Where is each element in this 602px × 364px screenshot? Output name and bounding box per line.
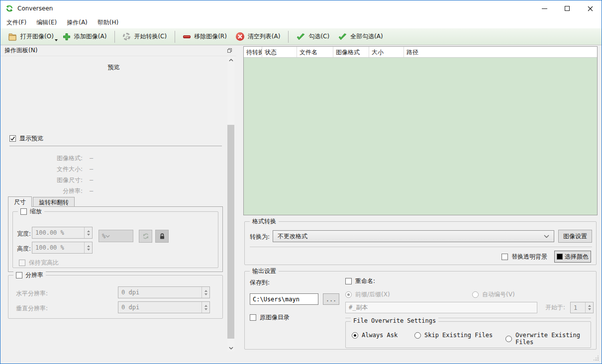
scrollbar-thumb[interactable]	[227, 125, 234, 339]
clear-list-button[interactable]: 清空列表(A)	[231, 30, 285, 43]
checkbox-icon[interactable]	[250, 314, 256, 321]
menu-edit[interactable]: 编辑(E)	[31, 17, 62, 28]
choose-color-button[interactable]: 选择颜色	[554, 251, 591, 263]
open-images-button[interactable]: 打开图像(O)	[3, 30, 58, 43]
radio-icon[interactable]	[345, 291, 352, 298]
width-input[interactable]	[32, 227, 84, 238]
spin-arrows-icon[interactable]	[585, 302, 593, 313]
panel-scrollbar[interactable]	[227, 56, 234, 352]
show-preview-checkbox[interactable]: 显示预览	[9, 134, 43, 143]
scroll-down-button[interactable]	[227, 344, 234, 352]
toolbar: 打开图像(O) 添加图像(A) 开始转换(C) 移除图像(R) 清空列表(A)	[0, 28, 602, 45]
check-all-icon	[338, 33, 347, 40]
keep-aspect-label: 保持宽高比	[29, 259, 59, 267]
open-folder-icon	[8, 33, 17, 41]
lock-icon	[159, 233, 166, 240]
start-conversion-button[interactable]: 开始转换(C)	[118, 30, 171, 43]
tab-rotate-flip[interactable]: 旋转和翻转	[33, 197, 75, 206]
height-input[interactable]	[32, 242, 84, 253]
column-header-size[interactable]: 大小	[369, 47, 404, 57]
chevron-down-icon	[105, 235, 110, 238]
spin-arrows-icon[interactable]	[84, 227, 92, 238]
rename-checkbox[interactable]: 重命名:	[345, 277, 375, 285]
check-all-label: 全部勾选(A)	[350, 32, 383, 41]
prefix-suffix-radio[interactable]: 前缀/后缀(X)	[345, 290, 390, 299]
check-all-button[interactable]: 全部勾选(A)	[334, 30, 388, 43]
float-panel-button[interactable]	[227, 48, 232, 53]
height-label: 高度:	[17, 245, 31, 253]
radio-icon[interactable]	[505, 336, 512, 342]
radio-icon[interactable]	[472, 291, 479, 298]
column-header-path[interactable]: 路径	[404, 47, 597, 57]
rename-pattern-input[interactable]	[345, 302, 537, 313]
menu-actions[interactable]: 操作(A)	[62, 17, 93, 28]
remove-images-label: 移除图像(R)	[194, 32, 227, 41]
always-ask-radio[interactable]: Always Ask	[352, 332, 398, 339]
start-at-input[interactable]	[571, 302, 585, 313]
check-button[interactable]: 勾选(C)	[292, 30, 334, 43]
overwrite-existing-radio[interactable]: Overwrite Existing Files	[505, 332, 591, 346]
height-spinbox[interactable]	[32, 242, 93, 254]
checkbox-icon[interactable]	[19, 260, 25, 266]
width-label: 宽度:	[17, 230, 31, 238]
file-list-table: 待转换 状态 文件名 图像格式 大小 路径	[243, 46, 598, 215]
spin-arrows-icon[interactable]	[201, 287, 209, 298]
menu-file[interactable]: 文件(F)	[1, 17, 31, 28]
column-header-convert[interactable]: 待转换	[244, 47, 262, 57]
titlebar: Converseen	[0, 0, 602, 16]
keep-aspect-checkbox[interactable]: 保持宽高比	[19, 259, 59, 267]
start-at-spinbox[interactable]	[570, 302, 594, 313]
menubar: 文件(F) 编辑(E) 操作(A) 帮助(H)	[0, 16, 602, 28]
checkbox-icon[interactable]	[502, 254, 508, 260]
scroll-up-button[interactable]	[227, 56, 234, 64]
radio-icon[interactable]	[414, 332, 421, 339]
tab-size[interactable]: 尺寸	[8, 196, 32, 207]
resize-grip[interactable]	[598, 360, 599, 361]
radio-icon[interactable]	[352, 332, 358, 339]
column-header-format[interactable]: 图像格式	[333, 47, 369, 57]
preview-title: 预览	[0, 63, 227, 72]
save-path-input[interactable]	[250, 293, 318, 305]
column-header-status[interactable]: 状态	[262, 47, 297, 57]
unit-combobox[interactable]: %	[99, 230, 133, 242]
h-resolution-spinbox[interactable]	[118, 286, 210, 298]
close-button[interactable]	[579, 0, 602, 16]
width-spinbox[interactable]	[32, 227, 93, 239]
minimize-button[interactable]	[533, 0, 556, 16]
menu-help[interactable]: 帮助(H)	[93, 17, 123, 28]
scale-checkbox[interactable]	[20, 208, 27, 215]
v-resolution-spinbox[interactable]	[118, 301, 210, 313]
image-settings-button[interactable]: 图像设置	[558, 230, 592, 243]
file-list-body[interactable]	[244, 58, 597, 215]
add-images-button[interactable]: 添加图像(A)	[58, 30, 111, 43]
checkbox-icon[interactable]	[345, 278, 352, 284]
refresh-button[interactable]	[139, 230, 152, 243]
gear-icon	[123, 33, 130, 40]
format-combobox[interactable]: 不更改格式	[273, 230, 554, 242]
remove-images-button[interactable]: 移除图像(R)	[179, 30, 231, 43]
scale-group-title: 缩放	[30, 207, 42, 216]
maximize-button[interactable]	[556, 0, 579, 16]
show-preview-label: 显示预览	[19, 134, 43, 143]
skip-existing-radio[interactable]: Skip Existing Files	[414, 332, 493, 339]
checkbox-checked-icon[interactable]	[9, 135, 16, 142]
clear-list-label: 清空列表(A)	[248, 32, 281, 41]
start-at-label: 开始于:	[545, 303, 565, 312]
replace-bg-label: 替换透明背景	[511, 253, 547, 261]
divider	[250, 247, 592, 247]
window-title: Converseen	[17, 5, 53, 12]
browse-button[interactable]: ...	[323, 293, 339, 305]
lock-aspect-button[interactable]	[155, 230, 169, 243]
column-header-filename[interactable]: 文件名	[297, 47, 333, 57]
image-info: 图像格式: – 文件大小: – 图像尺寸: – 分辨率: –	[0, 153, 227, 196]
resolution-checkbox[interactable]	[16, 272, 22, 278]
v-resolution-input[interactable]	[118, 302, 201, 313]
auto-number-radio[interactable]: 自动编号(V)	[472, 290, 515, 299]
converseen-window: Converseen 文件(F) 编辑(E) 操作(A) 帮助(H) 打开图像(…	[0, 0, 602, 364]
source-directory-checkbox[interactable]: 原图像目录	[250, 313, 290, 322]
h-resolution-input[interactable]	[118, 287, 201, 298]
spin-arrows-icon[interactable]	[201, 302, 209, 313]
spin-arrows-icon[interactable]	[84, 242, 92, 253]
replace-transparent-bg-checkbox[interactable]: 替换透明背景	[502, 253, 547, 261]
start-conversion-label: 开始转换(C)	[134, 32, 167, 41]
